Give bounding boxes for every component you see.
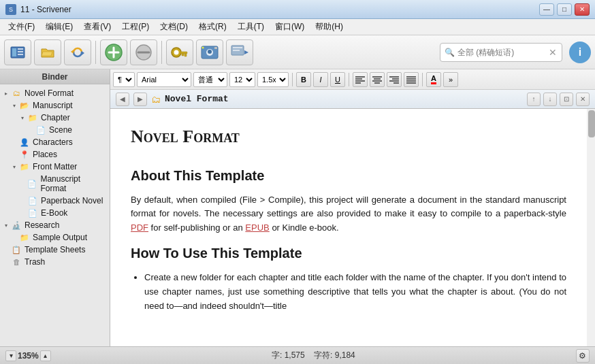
binder-item-chapter[interactable]: 📁 Chapter	[0, 112, 110, 124]
info-button[interactable]: i	[569, 42, 591, 63]
zoom-up-button[interactable]: ▴	[40, 350, 51, 361]
binder-label-sample-output: Sample Output	[33, 233, 87, 242]
binder-item-characters[interactable]: 👤 Characters	[0, 136, 110, 148]
cancel-button[interactable]	[130, 39, 157, 65]
binder-item-scene[interactable]: 📄 Scene	[0, 124, 110, 136]
key-button[interactable]	[166, 39, 193, 65]
binder-item-trash[interactable]: 🗑 Trash	[0, 256, 110, 268]
title-left: S 11 - Scrivener	[5, 4, 71, 15]
menu-view[interactable]: 查看(V)	[78, 20, 116, 34]
zoom-down-button[interactable]: ▾	[5, 350, 16, 361]
compile-button[interactable]	[226, 39, 253, 65]
binder-item-ebook[interactable]: 📄 E-Book	[0, 207, 110, 219]
triangle-manuscript[interactable]	[11, 102, 18, 109]
menu-format[interactable]: 格式(R)	[193, 20, 232, 34]
italic-button[interactable]: I	[313, 72, 328, 87]
text-color-button[interactable]: A	[426, 72, 441, 87]
triangle-front-matter[interactable]	[11, 163, 18, 170]
minimize-button[interactable]: —	[539, 3, 554, 16]
toolbar-separator-2	[161, 41, 162, 64]
content-main-title: Novel Format	[131, 122, 566, 151]
svg-rect-24	[233, 50, 240, 51]
align-center-button[interactable]	[370, 72, 385, 87]
triangle-novel-format[interactable]	[3, 90, 10, 97]
toolbar-separator-1	[95, 41, 96, 64]
triangle-characters	[11, 139, 18, 146]
search-clear-button[interactable]: ✕	[549, 47, 557, 58]
svg-rect-16	[182, 54, 184, 56]
binder-label-ebook: E-Book	[41, 208, 67, 218]
scene-icon: 📄	[35, 125, 47, 135]
bold-button[interactable]: B	[296, 72, 311, 87]
chapter-icon: 📁	[27, 113, 39, 122]
menu-edit[interactable]: 编辑(E)	[40, 20, 78, 34]
add-button[interactable]	[100, 39, 127, 65]
binder-item-novel-format[interactable]: 🗂 Novel Format	[0, 87, 110, 99]
search-input[interactable]	[457, 48, 546, 57]
font-style-select[interactable]: 普通	[193, 72, 227, 87]
binder-item-sample-output[interactable]: 📁 Sample Output	[0, 231, 110, 244]
underline-button[interactable]: U	[330, 72, 345, 87]
paragraph-style-select[interactable]: ¶	[113, 72, 135, 87]
triangle-paperback	[19, 197, 26, 204]
doc-split-button[interactable]: ⊡	[560, 93, 573, 106]
binder-label-manuscript: Manuscript	[33, 101, 73, 110]
close-button[interactable]: ✕	[575, 3, 590, 16]
doc-title: Novel Format	[165, 94, 229, 104]
binder-label-paperback: Paperback Novel	[41, 196, 103, 205]
pdf-link[interactable]: PDF	[131, 222, 148, 233]
title-controls: — □ ✕	[539, 3, 590, 16]
sync-button[interactable]	[64, 39, 91, 65]
menu-window[interactable]: 窗口(W)	[270, 20, 310, 34]
maximize-button[interactable]: □	[557, 3, 572, 16]
open-button[interactable]	[34, 39, 61, 65]
line-spacing-select[interactable]: 1.5x	[257, 72, 289, 87]
status-bar: ▾ 135% ▴ 字: 1,575 字符: 9,184 ⚙	[0, 346, 595, 364]
menu-help[interactable]: 帮助(H)	[310, 20, 349, 34]
font-size-select[interactable]: 12	[229, 72, 255, 87]
manuscript-icon: 📂	[18, 101, 31, 110]
content-section1-heading: About This Template	[131, 165, 566, 186]
char-count-label: 字符:	[314, 350, 332, 360]
compile-link[interactable]: File > Compile	[242, 195, 301, 205]
svg-rect-23	[233, 47, 242, 48]
scrollbar-thumb[interactable]	[588, 110, 595, 137]
editor-toolbar: ¶ Arial 普通 12 1.5x B I U	[110, 69, 595, 90]
editor-content[interactable]: Novel Format About This Template By defa…	[110, 109, 587, 346]
menu-file[interactable]: 文件(F)	[3, 20, 40, 34]
triangle-chapter[interactable]	[19, 114, 26, 121]
binder-item-manuscript[interactable]: 📂 Manuscript	[0, 99, 110, 112]
binder-item-front-matter[interactable]: 📁 Front Matter	[0, 161, 110, 173]
doc-close-button[interactable]: ✕	[576, 93, 590, 106]
more-options-button[interactable]: »	[443, 72, 458, 87]
binder-item-places[interactable]: 📍 Places	[0, 148, 110, 161]
settings-button[interactable]: ⚙	[576, 349, 590, 363]
editor-scrollbar[interactable]	[587, 109, 595, 346]
research-icon: 🔬	[10, 220, 22, 230]
doc-up-button[interactable]: ↑	[527, 93, 541, 106]
menu-document[interactable]: 文档(D)	[155, 20, 193, 34]
doc-header: ◀ ▶ 🗂 Novel Format ↑ ↓ ⊡ ✕	[110, 90, 595, 109]
nav-back-button[interactable]: ◀	[116, 93, 129, 106]
align-justify-button[interactable]	[404, 72, 419, 87]
svg-point-13	[174, 50, 179, 54]
binder-item-paperback-novel[interactable]: 📄 Paperback Novel	[0, 195, 110, 207]
snapshot-button[interactable]	[196, 39, 223, 65]
align-left-button[interactable]	[353, 72, 368, 87]
align-right-button[interactable]	[387, 72, 402, 87]
triangle-research[interactable]	[3, 222, 10, 229]
zoom-control: ▾ 135% ▴	[5, 350, 51, 361]
nav-forward-button[interactable]: ▶	[133, 93, 147, 106]
menu-tools[interactable]: 工具(T)	[232, 20, 270, 34]
epub-link[interactable]: EPUB	[245, 222, 269, 233]
et-separator-2	[349, 73, 349, 86]
menu-project[interactable]: 工程(P)	[116, 20, 155, 34]
binder-item-template-sheets[interactable]: 📋 Template Sheets	[0, 244, 110, 256]
binder-item-manuscript-format[interactable]: 📄 Manuscript Format	[0, 173, 110, 195]
svg-rect-14	[180, 52, 187, 54]
et-separator-1	[292, 73, 293, 86]
font-name-select[interactable]: Arial	[137, 72, 191, 87]
doc-down-button[interactable]: ↓	[543, 93, 557, 106]
binder-toggle-button[interactable]	[4, 39, 31, 65]
binder-item-research[interactable]: 🔬 Research	[0, 219, 110, 231]
